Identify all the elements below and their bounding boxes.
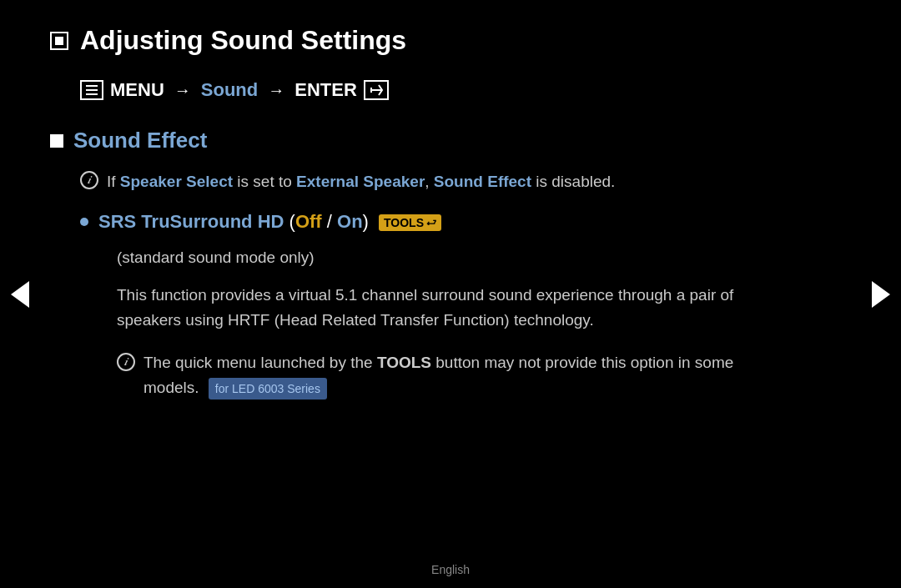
enter-icon (364, 80, 389, 100)
menu-icon-line-3 (86, 93, 98, 95)
menu-icon-line-1 (86, 85, 98, 87)
left-arrow-icon (11, 281, 29, 308)
menu-icon-lines (86, 85, 98, 95)
note1-prefix: If (107, 173, 120, 190)
nav-arrow-left[interactable] (10, 278, 30, 311)
note1-comma: , (425, 173, 429, 190)
footer-language: English (431, 563, 470, 576)
checkbox-fill (55, 37, 63, 45)
right-arrow-icon (872, 281, 890, 308)
note-icon-1: 𝒊 (80, 171, 98, 189)
tools-badge: TOOLS ⮐ (379, 214, 441, 231)
menu-nav: MENU → Sound → ENTER (80, 79, 768, 101)
tools-label: TOOLS (384, 216, 424, 229)
page-title: Adjusting Sound Settings (80, 25, 406, 56)
nav-arrow-right[interactable] (871, 278, 891, 311)
menu-icon (80, 80, 103, 100)
nav-sound-label: Sound (201, 79, 258, 101)
bullet-text-srs: SRS TruSurround HD (Off / On) TOOLS ⮐ (98, 211, 441, 233)
note1-highlight2: External Speaker (296, 173, 425, 190)
srs-paren-close: ) (363, 211, 369, 232)
note1-mid: is set to (233, 173, 296, 190)
menu-icon-line-2 (86, 89, 98, 91)
nav-enter-label: ENTER (294, 79, 357, 101)
srs-paren-open: ( (289, 211, 295, 232)
led-badge: for LED 6003 Series (209, 378, 327, 400)
menu-label: MENU (110, 79, 164, 101)
bullet-dot-icon (80, 218, 88, 226)
body-text: This function provides a virtual 5.1 cha… (117, 283, 768, 334)
standard-mode-text: (standard sound mode only) (117, 246, 768, 270)
note2-prefix: The quick menu launched by the (143, 354, 377, 371)
section-title: Sound Effect (73, 128, 207, 153)
note-line-1: 𝒊 If Speaker Select is set to External S… (80, 170, 768, 194)
note1-highlight1: Speaker Select (120, 173, 233, 190)
tools-badge-icon: ⮐ (426, 217, 436, 229)
srs-slash: / (322, 211, 337, 232)
note-text-1: If Speaker Select is set to External Spe… (107, 170, 615, 194)
arrow-sep-2: → (268, 81, 284, 100)
srs-on: On (337, 211, 363, 232)
note-block-text: The quick menu launched by the TOOLS but… (143, 350, 768, 401)
arrow-sep-1: → (174, 81, 191, 100)
page-title-row: Adjusting Sound Settings (50, 25, 768, 56)
bullet-item-srs: SRS TruSurround HD (Off / On) TOOLS ⮐ (80, 211, 768, 233)
note-icon-2: 𝒊 (117, 353, 135, 371)
srs-title: SRS TruSurround HD (98, 211, 284, 232)
note1-suffix: is disabled. (531, 173, 615, 190)
note2-bold: TOOLS (377, 354, 431, 371)
section-header: Sound Effect (50, 128, 768, 153)
note-block-2: 𝒊 The quick menu launched by the TOOLS b… (117, 350, 768, 401)
checkbox-icon (50, 32, 68, 50)
section-square-icon (50, 134, 63, 148)
note1-highlight3: Sound Effect (434, 173, 531, 190)
srs-off: Off (295, 211, 322, 232)
